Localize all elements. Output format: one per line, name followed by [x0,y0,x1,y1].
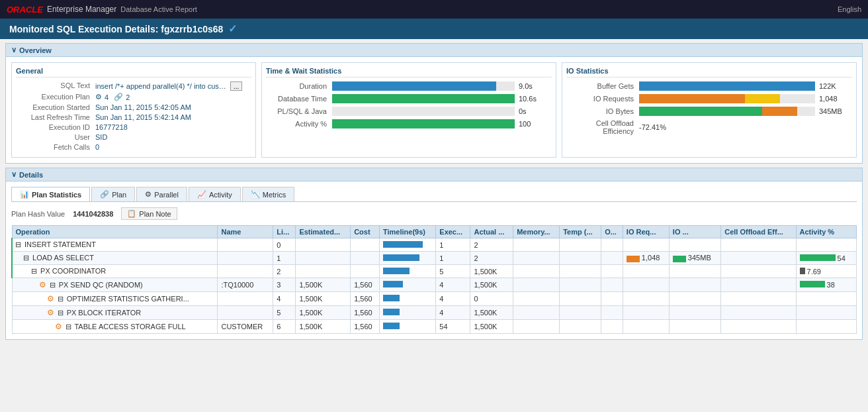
temp-cell [560,238,601,252]
overview-collapse-icon: ∨ [11,46,17,54]
stat-label: PL/SQL & Java [266,107,332,115]
line-cell: 2 [273,265,296,278]
cell-offload-cell [721,238,796,252]
stat-label: Activity % [266,120,332,128]
overview-section: ∨ Overview General SQL Text insert /*+ a… [5,43,863,164]
tab-activity[interactable]: 📈 Activity [189,187,241,201]
table-row: ⚙ ⊟ OPTIMIZER STATISTICS GATHERI... 4 1,… [12,292,857,306]
expand-icon[interactable]: ⊟ [23,254,29,262]
col-exec: Exec... [436,226,470,238]
col-timeline: Timeline(9s) [379,226,435,238]
cell-offload-cell [721,292,796,306]
tab-metrics-label: Metrics [263,191,286,199]
stat-bar-container [332,107,515,116]
io-value: 122K [819,82,852,90]
sql-text-expand-button[interactable]: ... [230,81,242,91]
stat-bar-fill [332,81,496,91]
col-temp: Temp (... [560,226,601,238]
parallel-row-icon: ⚙ [39,280,46,289]
plan-hash-value: 1441042838 [73,210,113,218]
temp-cell [560,306,601,320]
exec-cell: 4 [436,306,470,320]
plan-note-button[interactable]: 📋 Plan Note [121,207,177,220]
operation-text: OPTIMIZER STATISTICS GATHERI... [67,295,189,303]
stat-value: 10.6s [519,95,552,103]
actual-cell: 1,500K [470,320,513,334]
execution-plan-label: Execution Plan [16,93,95,101]
cell-offload-cell [721,278,796,292]
cost-cell: 1,560 [351,320,380,334]
sql-text-row: SQL Text insert /*+ append parallel(4) *… [16,81,251,91]
overview-grid: General SQL Text insert /*+ append paral… [11,62,857,158]
plan-note-label: Plan Note [139,210,171,218]
timeline-cell [379,238,435,252]
line-cell: 5 [273,306,296,320]
expand-icon[interactable]: ⊟ [31,267,37,275]
time-wait-rows: Duration 9.0s Database Time 10.6s PL/SQL… [266,81,552,129]
temp-cell [560,265,601,278]
exec-cell: 54 [436,320,470,334]
io-panel: IO Statistics Buffer Gets 122K IO Reques… [562,62,857,158]
execution-id-row: Execution ID 16777218 [16,123,251,131]
cost-cell: 1,560 [351,306,380,320]
last-refresh-label: Last Refresh Time [16,113,95,121]
o-cell [601,320,623,334]
expand-icon[interactable]: ⊟ [50,281,56,289]
io-req-cell [623,278,669,292]
timeline-cell [379,265,435,278]
operation-text: PX BLOCK ITERATOR [67,309,142,317]
time-stat-row: Activity % 100 [266,119,552,129]
tab-plan-label: Plan [112,191,126,199]
expand-icon[interactable]: ⊟ [58,309,64,317]
table-row: ⊟ INSERT STATEMENT 0 1 2 [12,238,857,252]
col-io-req: IO Req... [623,226,669,238]
col-cost: Cost [351,226,380,238]
expand-icon[interactable]: ⊟ [15,240,21,248]
activity-pct-cell: 54 [796,252,856,265]
memory-cell [513,306,560,320]
memory-cell [513,252,560,265]
metrics-icon: 📉 [251,190,260,199]
cost-cell [351,252,380,265]
plan-hash-row: Plan Hash Value 1441042838 📋 Plan Note [11,207,857,220]
io-cell [669,292,720,306]
details-label: Details [19,171,43,179]
cell-offload-row: Cell Offload Efficiency -72.41% [566,119,852,135]
temp-cell [560,278,601,292]
name-cell [218,292,273,306]
exec-cell: 1 [436,252,470,265]
general-panel-title: General [16,67,251,77]
cell-offload-cell [721,306,796,320]
page-header: Monitored SQL Execution Details: fgxzrrb… [0,19,868,39]
estimated-cell: 1,500K [296,278,351,292]
details-header[interactable]: ∨ Details [5,168,863,181]
parallel-icon: ⚙ [95,93,102,101]
expand-icon[interactable]: ⊟ [58,295,64,303]
actual-cell: 2 [470,238,513,252]
o-cell [601,252,623,265]
io-cell [669,265,720,278]
io-bar-container [639,81,815,91]
exec-cell: 4 [436,292,470,306]
cell-offload-cell [721,320,796,334]
actual-cell: 1,500K [470,278,513,292]
op-cell: ⚙ ⊟ PX SEND QC (RANDOM) [12,278,218,292]
overview-body: General SQL Text insert /*+ append paral… [5,57,863,164]
temp-cell [560,292,601,306]
expand-icon[interactable]: ⊟ [65,323,71,331]
io-label: Buffer Gets [566,82,639,90]
io-cell [669,278,720,292]
top-bar: ORACLE Enterprise Manager Database Activ… [0,0,868,19]
language-selector[interactable]: English [838,5,861,13]
tab-parallel[interactable]: ⚙ Parallel [136,187,187,201]
overview-header[interactable]: ∨ Overview [5,43,863,57]
line-cell: 0 [273,238,296,252]
tab-plan[interactable]: 🔗 Plan [91,187,135,201]
tab-plan-statistics[interactable]: 📊 Plan Statistics [11,187,90,201]
execution-plan-value: ⚙ 4 🔗 2 [95,93,130,101]
col-name: Name [218,226,273,238]
tab-metrics[interactable]: 📉 Metrics [242,187,294,201]
memory-cell [513,265,560,278]
actual-cell: 2 [470,252,513,265]
table-row: ⊟ LOAD AS SELECT 1 1 2 1,048 345MB 54 [12,252,857,265]
